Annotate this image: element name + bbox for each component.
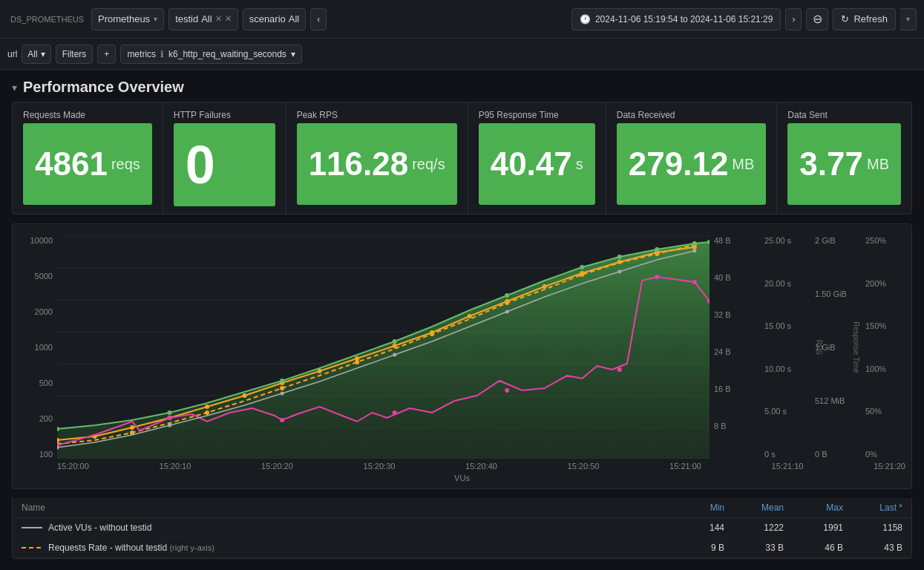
x-label-6: 15:20:50 <box>568 462 600 471</box>
info-icon: ℹ <box>160 49 164 59</box>
svg-point-42 <box>655 275 659 279</box>
time-next-button[interactable]: › <box>785 8 802 30</box>
svg-point-38 <box>280 418 284 422</box>
stat-card-title-rps: Peak RPS <box>297 110 457 120</box>
stat-cards: Requests Made 4861 reqs HTTP Failures 0 … <box>0 102 924 214</box>
x-label-2: 15:20:10 <box>160 462 191 471</box>
datasource-dropdown[interactable]: Prometheus ▾ <box>91 8 164 30</box>
stat-card-data-received: Data Received 279.12 MB <box>606 102 778 214</box>
stat-unit-requests: reqs <box>111 156 140 173</box>
refresh-button[interactable]: ↻ Refresh <box>833 8 896 30</box>
x-label-9: 15:21:20 <box>874 462 905 471</box>
metrics-selector[interactable]: metrics ℹ k6_http_req_waiting_seconds ▾ <box>120 45 301 64</box>
testid-close-icon[interactable]: ✕ <box>215 14 222 24</box>
x-label-5: 15:20:40 <box>465 462 497 471</box>
time-prev-button[interactable]: ‹ <box>310 8 327 30</box>
col-header-mean: Mean <box>724 502 784 513</box>
svg-point-60 <box>692 241 697 246</box>
top-bar: DS_PROMETHEUS Prometheus ▾ testid All ✕ … <box>0 0 924 39</box>
stat-card-body-p95: 40.47 s <box>479 123 595 205</box>
stat-card-title-sent: Data Sent <box>787 110 901 120</box>
legend-min-active-vus: 144 <box>665 522 724 533</box>
stat-card-title-p95: P95 Response Time <box>479 110 595 120</box>
svg-point-39 <box>393 410 397 415</box>
svg-point-40 <box>505 388 509 393</box>
x-label-1: 15:20:00 <box>57 462 89 471</box>
stat-card-peak-rps: Peak RPS 116.28 req/s <box>286 102 468 214</box>
svg-point-41 <box>617 367 622 372</box>
legend-header: Name Min Mean Max Last * <box>13 498 911 518</box>
legend-mean-requests: 33 B <box>724 543 784 553</box>
legend-row-requests-rate: Requests Rate - without testid (right y-… <box>13 538 911 558</box>
svg-point-12 <box>205 404 209 409</box>
stat-value-received: 279.12 <box>629 148 729 180</box>
testid-clear-icon[interactable]: ✕ <box>225 14 232 24</box>
stat-card-http-failures: HTTP Failures 0 <box>163 102 286 214</box>
add-filter-button[interactable]: + <box>97 45 116 64</box>
datasource-value: Prometheus <box>98 13 150 24</box>
svg-point-54 <box>280 379 284 383</box>
svg-point-53 <box>168 410 172 415</box>
stat-value-requests: 4861 <box>35 148 108 180</box>
legend-name-active-vus: Active VUs - without testid <box>48 522 665 533</box>
stat-card-body-sent: 3.77 MB <box>787 123 901 205</box>
metrics-chevron-icon: ▾ <box>291 49 295 59</box>
svg-point-29 <box>280 386 284 390</box>
stat-value-failures: 0 <box>186 138 215 191</box>
chart-svg-container <box>57 236 710 459</box>
ds-label: DS_PROMETHEUS <box>7 15 87 24</box>
legend-max-active-vus: 1991 <box>784 522 843 533</box>
svg-point-57 <box>580 265 584 269</box>
svg-point-51 <box>692 249 696 253</box>
section-header: ▾ Performance Overview <box>0 70 924 102</box>
stat-card-body-rps: 116.28 req/s <box>297 123 457 205</box>
stat-card-body-requests: 4861 reqs <box>23 123 152 205</box>
scenario-filter[interactable]: scenario All <box>243 8 307 30</box>
col-header-min: Min <box>665 502 724 513</box>
svg-point-31 <box>430 332 434 336</box>
stat-unit-received: MB <box>732 156 754 173</box>
legend-min-requests: 9 B <box>665 543 724 553</box>
stat-card-data-sent: Data Sent 3.77 MB <box>777 102 912 214</box>
collapse-button[interactable]: ▾ <box>12 82 17 94</box>
x-label-8: 15:21:10 <box>772 462 804 471</box>
svg-point-55 <box>393 339 397 344</box>
zoom-out-button[interactable]: ⊖ <box>806 8 828 30</box>
col-header-name: Name <box>22 502 665 513</box>
svg-point-58 <box>617 255 622 259</box>
refresh-dropdown-button[interactable]: ▾ <box>900 8 917 30</box>
y-axis-right-response: 2 GiB 1.50 GiB 1 GiB 512 MiB 0 B Respons… <box>810 236 855 459</box>
testid-filter[interactable]: testid All ✕ ✕ <box>168 8 238 30</box>
time-range-value: 2024-11-06 15:19:54 to 2024-11-06 15:21:… <box>595 14 773 24</box>
refresh-icon: ↻ <box>841 13 849 24</box>
testid-label: testid <box>175 13 198 24</box>
svg-point-13 <box>243 393 247 398</box>
svg-point-15 <box>318 369 322 373</box>
svg-point-46 <box>168 424 171 428</box>
filter-bar: url All ▾ Filters + metrics ℹ k6_http_re… <box>0 39 924 70</box>
x-axis: 15:20:00 15:20:10 15:20:20 15:20:30 15:2… <box>19 459 905 471</box>
filters-button[interactable]: Filters <box>56 45 94 64</box>
y-axis-left: 10000 5000 2000 1000 500 200 100 <box>19 236 57 459</box>
stat-card-body-failures: 0 <box>174 123 275 206</box>
svg-point-28 <box>205 410 209 415</box>
svg-point-33 <box>580 272 584 277</box>
clock-icon: 🕐 <box>580 14 591 24</box>
stat-card-body-received: 279.12 MB <box>617 123 767 205</box>
time-range-picker[interactable]: 🕐 2024-11-06 15:19:54 to 2024-11-06 15:2… <box>571 8 782 30</box>
svg-point-50 <box>617 270 621 274</box>
filters-label: Filters <box>62 49 87 59</box>
stat-value-rps: 116.28 <box>309 148 409 180</box>
url-select[interactable]: All ▾ <box>22 45 50 64</box>
chart-area: 10000 5000 2000 1000 500 200 100 <box>19 236 905 459</box>
stat-unit-rps: req/s <box>412 156 445 173</box>
stat-card-title-failures: HTTP Failures <box>174 110 275 120</box>
svg-point-32 <box>505 301 509 305</box>
legend-mean-active-vus: 1222 <box>724 522 784 533</box>
x-axis-title: VUs <box>19 474 905 482</box>
stat-card-title-received: Data Received <box>617 110 767 120</box>
x-label-7: 15:21:00 <box>669 462 701 471</box>
svg-point-56 <box>505 293 509 298</box>
response-time-label: Response Time <box>852 321 860 373</box>
section-title: Performance Overview <box>23 79 184 96</box>
